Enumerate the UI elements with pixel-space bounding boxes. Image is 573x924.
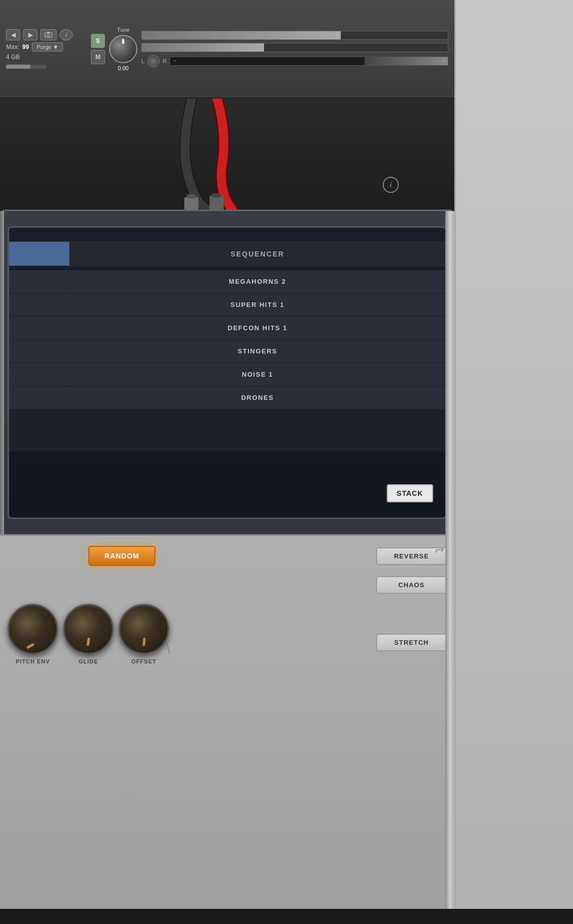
svg-rect-5 — [210, 195, 224, 210]
volume-slider-2[interactable] — [141, 43, 448, 52]
list-item-label-2: DEFCON HITS 1 — [228, 324, 287, 332]
info-button[interactable]: i — [60, 29, 73, 40]
pitch-env-knob[interactable] — [8, 604, 58, 654]
offset-label: OFFSET — [131, 658, 156, 664]
stretch-button-area: STRETCH — [376, 634, 447, 664]
screen-area: SEQUENCER MEGAHORNS 2 SUPER HITS 1 DEFCO — [8, 226, 447, 519]
list-row-left-0 — [9, 270, 70, 293]
volume-slider-1[interactable] — [141, 31, 448, 40]
knobs-row: PITCH ENV GLIDE OFFSET — [8, 604, 447, 670]
tune-knob-area: Tune 0.00 — [109, 27, 137, 71]
nav-row: ◀ ▶ i — [6, 29, 87, 40]
tune-knob[interactable] — [109, 35, 137, 63]
pan-left-label: L — [141, 58, 144, 64]
sequencer-tab[interactable]: SEQUENCER — [70, 242, 445, 266]
list-row-content-4: NOISE 1 — [70, 363, 445, 386]
second-buttons-row: CHAOS — [8, 576, 447, 594]
list-item[interactable]: MEGAHORNS 2 — [9, 270, 445, 293]
glide-knob[interactable] — [63, 604, 114, 654]
m-button[interactable]: M — [91, 50, 105, 64]
svg-rect-4 — [187, 194, 196, 198]
svg-rect-0 — [45, 33, 52, 37]
list-item[interactable]: STINGERS — [9, 340, 445, 363]
offset-knob[interactable] — [119, 604, 169, 654]
list-row-content-5: DRONES — [70, 386, 445, 409]
controls-area: ↩ RANDOM REVERSE CHAOS PITCH ENV — [0, 534, 454, 924]
nav-right-button[interactable]: ▶ — [23, 29, 37, 40]
offset-knob-container: OFFSET — [119, 604, 169, 664]
top-controls-row: RANDOM REVERSE — [8, 546, 447, 566]
list-item[interactable]: SUPER HITS 1 — [9, 293, 445, 317]
controls-inner: ↩ RANDOM REVERSE CHAOS PITCH ENV — [0, 536, 454, 680]
list-row-empty-1 — [9, 431, 445, 452]
instrument-panel: SEQUENCER MEGAHORNS 2 SUPER HITS 1 DEFCO — [0, 210, 454, 924]
list-row-left-2 — [9, 317, 70, 339]
nav-left-button[interactable]: ◀ — [6, 29, 20, 40]
svg-rect-3 — [184, 197, 198, 210]
list-item[interactable]: DRONES — [9, 386, 445, 409]
stack-button[interactable]: STACK — [387, 484, 433, 502]
list-row-left-3 — [9, 340, 70, 363]
pan-knob[interactable] — [147, 55, 160, 67]
sm-buttons: S M — [91, 34, 105, 64]
pan-row: L R + − — [141, 55, 448, 67]
random-button[interactable]: RANDOM — [88, 546, 155, 566]
list-row-content-2: DEFCON HITS 1 — [70, 317, 445, 339]
header-left-panel: ◀ ▶ i Max: 99 Purge ▼ 4 GB — [6, 29, 87, 69]
tune-value: 0.00 — [118, 65, 128, 71]
cable-area: i — [0, 98, 454, 210]
svg-point-1 — [47, 34, 50, 36]
pan-right-label: R — [163, 58, 167, 64]
list-row-empty-0 — [9, 409, 445, 431]
sequencer-label: SEQUENCER — [231, 250, 285, 258]
list-item-label-5: DRONES — [241, 394, 274, 401]
pitch-env-label: PITCH ENV — [16, 658, 50, 664]
glide-knob-container: GLIDE — [63, 604, 114, 664]
list-item[interactable]: NOISE 1 — [9, 363, 445, 386]
return-arrow-icon[interactable]: ↩ — [435, 543, 444, 556]
list-item-label-3: STINGERS — [238, 347, 277, 355]
max-row: Max: 99 Purge ▼ — [6, 42, 87, 52]
list-item-label-0: MEGAHORNS 2 — [229, 278, 286, 285]
camera-button[interactable] — [40, 29, 57, 40]
list-item-label-1: SUPER HITS 1 — [231, 301, 285, 309]
pitch-env-knob-container: PITCH ENV — [8, 604, 58, 664]
list-row-content-1: SUPER HITS 1 — [70, 293, 445, 316]
svg-rect-6 — [212, 193, 221, 197]
instrument-info-button[interactable]: i — [383, 177, 399, 193]
purge-button[interactable]: Purge ▼ — [32, 42, 63, 52]
list-row-content-3: STINGERS — [70, 340, 445, 363]
s-button[interactable]: S — [91, 34, 105, 48]
sequencer-tab-row: SEQUENCER — [9, 242, 445, 266]
tune-label: Tune — [117, 27, 130, 33]
list-item[interactable]: DEFCON HITS 1 — [9, 317, 445, 340]
glide-label: GLIDE — [79, 658, 98, 664]
seq-tab-left-area — [9, 242, 70, 266]
stretch-button[interactable]: STRETCH — [376, 634, 447, 651]
list-row-content-0: MEGAHORNS 2 — [70, 270, 445, 293]
sequencer-list: MEGAHORNS 2 SUPER HITS 1 DEFCON HITS 1 S… — [9, 266, 445, 456]
svg-rect-2 — [47, 32, 50, 33]
panel-edge-right — [445, 211, 454, 924]
list-row-left-4 — [9, 363, 70, 386]
list-row-left-5 — [9, 386, 70, 409]
chaos-button[interactable]: CHAOS — [376, 576, 447, 594]
memory-display: 4 GB — [6, 54, 87, 61]
list-item-label-4: NOISE 1 — [242, 371, 273, 378]
screen-top-bar — [9, 228, 445, 242]
max-label: Max: — [6, 43, 19, 50]
bottom-bar — [0, 909, 573, 924]
list-row-left-1 — [9, 293, 70, 316]
right-panel — [454, 0, 573, 924]
max-value: 99 — [22, 43, 29, 50]
daw-header: ◀ ▶ i Max: 99 Purge ▼ 4 GB S M — [0, 0, 454, 98]
header-sliders: L R + − — [141, 31, 448, 67]
